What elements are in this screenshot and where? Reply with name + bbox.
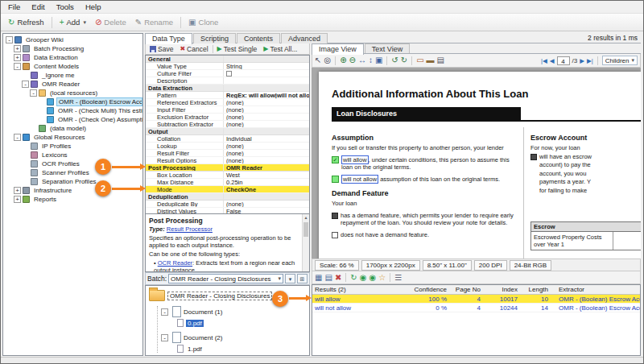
extractor-hit-2[interactable]: will not allow bbox=[341, 175, 378, 184]
property-row-box-location[interactable]: Box LocationWest bbox=[146, 172, 309, 179]
tab-scripting[interactable]: Scripting bbox=[193, 33, 236, 43]
menu-edit[interactable]: Edit bbox=[26, 2, 50, 12]
tab-data-type[interactable]: Data Type bbox=[145, 33, 192, 44]
region-icon[interactable]: ▭ bbox=[416, 56, 423, 65]
property-row-max-distance[interactable]: Max Distance0.25in bbox=[146, 179, 309, 186]
tree-node-grooper-wiki[interactable]: -Grooper Wiki bbox=[3, 35, 142, 44]
tree-node-reports[interactable]: +Reports bbox=[3, 195, 142, 204]
property-row-collation[interactable]: CollationIndividual bbox=[146, 135, 309, 143]
tree-node-global-resources[interactable]: -Global Resources bbox=[3, 133, 142, 142]
menu-tools[interactable]: Tools bbox=[51, 2, 80, 12]
collapse-icon[interactable]: - bbox=[161, 308, 168, 316]
save-button[interactable]: Save bbox=[147, 45, 175, 53]
collapse-icon[interactable]: - bbox=[14, 63, 21, 70]
tree-node-data-model[interactable]: (data model) bbox=[3, 124, 142, 133]
results-col-extractor[interactable]: Extractor bbox=[551, 285, 640, 294]
ruler-icon[interactable]: ▬ bbox=[427, 56, 435, 65]
result-row-will-allow[interactable]: will allow100 %41001710OMR - (Boolean) E… bbox=[312, 295, 640, 304]
first-page-button[interactable]: |◀ bbox=[541, 57, 547, 64]
tree-node-separation-profiles[interactable]: Separation Profiles bbox=[3, 177, 142, 186]
property-row-lookup[interactable]: Lookup(none) bbox=[146, 143, 309, 150]
tree-node-ignore-me[interactable]: _Ignore me bbox=[3, 71, 142, 80]
tree-node-data-extraction[interactable]: +Data Extraction bbox=[3, 53, 142, 62]
tree-node-omr-boolean-escrow-account[interactable]: OMR - (Boolean) Escrow Account? bbox=[3, 97, 142, 106]
tree-node-omr-reader[interactable]: -OMR Reader bbox=[3, 80, 142, 89]
delete-button[interactable]: ⊘Delete bbox=[91, 16, 130, 28]
property-row-exclusion-extractor[interactable]: Exclusion Extractor(none) bbox=[146, 114, 309, 121]
results-col-page-no[interactable]: Page No bbox=[449, 285, 483, 294]
sample-icon[interactable]: ◉ bbox=[369, 273, 376, 283]
batch-document-row[interactable]: -Document (2) bbox=[161, 332, 308, 343]
result-processor-link[interactable]: Result Processor bbox=[167, 225, 213, 233]
results-col-confidence[interactable]: Confidence bbox=[409, 285, 449, 294]
property-row-value-type[interactable]: Value TypeString bbox=[146, 63, 309, 70]
tree-node-omr-check-multi-this-estimate-include[interactable]: OMR - (Check Multi) This estimate includ… bbox=[3, 106, 142, 115]
tree-node-scanner-profiles[interactable]: Scanner Profiles bbox=[3, 168, 142, 177]
property-row-data-extraction[interactable]: Data Extraction bbox=[146, 85, 309, 92]
fit-height-icon[interactable]: ↕ bbox=[369, 56, 373, 65]
property-row-referenced-extractors[interactable]: Referenced Extractors(none) bbox=[146, 99, 309, 106]
list-view-icon[interactable]: ▤ bbox=[324, 273, 332, 283]
expand-icon[interactable]: + bbox=[14, 45, 21, 52]
tree-node-local-resources[interactable]: -(local resources) bbox=[3, 89, 142, 97]
ocr-reader-link[interactable]: OCR Reader bbox=[158, 259, 192, 267]
clone-button[interactable]: ▣Clone bbox=[184, 16, 222, 28]
pointer-icon[interactable]: ↖ bbox=[315, 56, 321, 65]
property-row-output[interactable]: Output bbox=[146, 128, 309, 135]
batch-expand-button[interactable]: ⊞ bbox=[297, 274, 308, 283]
tree-node-batch-processing[interactable]: +Batch Processing bbox=[3, 44, 142, 53]
expand-icon[interactable]: + bbox=[14, 54, 21, 61]
options-icon[interactable]: ☰ bbox=[394, 273, 402, 283]
expand-icon[interactable]: + bbox=[14, 187, 21, 194]
results-col-length[interactable]: Length bbox=[520, 285, 551, 294]
property-row-deduplicate-by[interactable]: Deduplicate By(none) bbox=[146, 201, 309, 208]
prev-page-button[interactable]: ◀ bbox=[550, 57, 555, 64]
tree-node-content-models[interactable]: -Content Models bbox=[3, 62, 142, 71]
menu-help[interactable]: Help bbox=[80, 2, 107, 12]
results-col-results-2[interactable]: Results (2) bbox=[312, 285, 409, 294]
tree-node-ip-profiles[interactable]: IP Profiles bbox=[3, 142, 142, 151]
tab-advanced[interactable]: Advanced bbox=[281, 33, 328, 43]
property-row-distinct-values[interactable]: Distinct ValuesFalse bbox=[146, 208, 309, 214]
add-button[interactable]: +Add▾ bbox=[56, 16, 90, 28]
collapse-icon[interactable]: - bbox=[30, 89, 37, 97]
rotate-left-icon[interactable]: ↺ bbox=[391, 56, 398, 65]
result-row-will-not-allow[interactable]: will not allow0 %41024414OMR - (Boolean)… bbox=[312, 304, 640, 312]
refresh-results-icon[interactable]: ↻ bbox=[350, 273, 357, 283]
collapse-icon[interactable]: - bbox=[6, 36, 13, 43]
property-row-post-processing[interactable]: Post ProcessingOMR Reader bbox=[146, 164, 309, 172]
test-single-button[interactable]: ▶Test Single bbox=[215, 45, 260, 53]
wand-icon[interactable]: ☆ bbox=[378, 273, 386, 283]
property-row-deduplication[interactable]: Deduplication bbox=[146, 193, 309, 201]
property-row-result-filter[interactable]: Result Filter(none) bbox=[146, 150, 309, 157]
description-scrollbar[interactable]: ▴ bbox=[302, 214, 309, 271]
tab-text-view[interactable]: Text View bbox=[365, 43, 410, 53]
refresh-button[interactable]: ↻Refresh bbox=[4, 16, 48, 28]
tab-contents[interactable]: Contents bbox=[237, 33, 280, 43]
last-page-button[interactable]: ▶| bbox=[587, 57, 593, 64]
batch-page-row[interactable]: 1.pdf bbox=[177, 345, 308, 353]
test-all-button[interactable]: ▶Test All... bbox=[261, 45, 299, 53]
fit-page-icon[interactable]: ▣ bbox=[375, 56, 382, 65]
grid-view-icon[interactable]: ▦ bbox=[315, 273, 322, 283]
property-row-general[interactable]: General bbox=[146, 56, 309, 63]
page-number-input[interactable]: 4 bbox=[557, 56, 570, 65]
rotate-right-icon[interactable]: ↻ bbox=[401, 56, 407, 65]
property-row-input-filter[interactable]: Input Filter(none) bbox=[146, 106, 309, 114]
tree-node-lexicons[interactable]: Lexicons bbox=[3, 151, 142, 159]
property-row-result-options[interactable]: Result Options(none) bbox=[146, 157, 309, 164]
expand-icon[interactable]: + bbox=[14, 196, 21, 203]
collapse-icon[interactable]: - bbox=[161, 334, 168, 341]
clear-results-icon[interactable]: ✖ bbox=[335, 273, 341, 283]
collapse-icon[interactable]: - bbox=[22, 81, 29, 88]
cancel-button[interactable]: ✖Cancel bbox=[177, 45, 210, 53]
batch-menu-button[interactable]: ▾ bbox=[285, 274, 295, 283]
property-row-pattern[interactable]: PatternRegEx: will allow|will not allow bbox=[146, 92, 309, 99]
menu-file[interactable]: File bbox=[2, 2, 26, 12]
batch-document-row[interactable]: -Document (1) bbox=[161, 306, 308, 317]
property-row-subtraction-extractor[interactable]: Subtraction Extractor(none) bbox=[146, 121, 309, 128]
pan-icon[interactable]: ◎ bbox=[324, 56, 331, 65]
extractor-hit-1[interactable]: will allow bbox=[341, 155, 369, 164]
property-row-description[interactable]: Description bbox=[146, 77, 309, 85]
thumbnails-icon[interactable]: ▤ bbox=[437, 56, 444, 65]
